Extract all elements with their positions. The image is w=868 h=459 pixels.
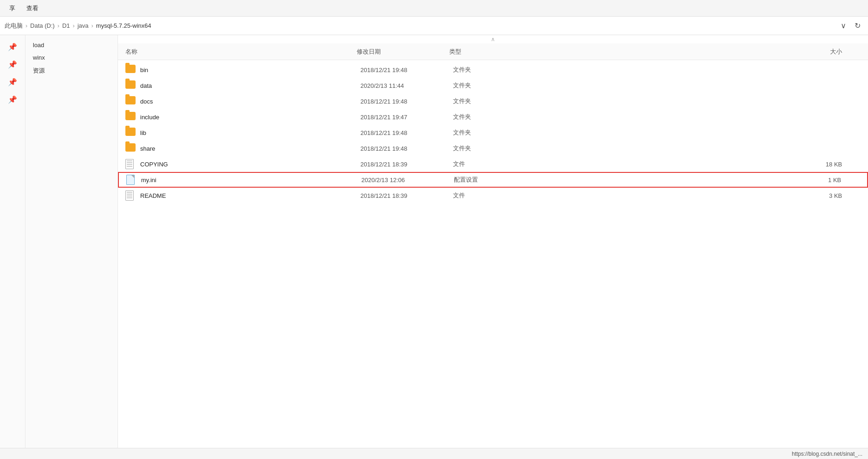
- file-name: include: [140, 114, 360, 121]
- sidebar-pin-1[interactable]: 📌: [6, 57, 19, 71]
- file-type: 配置设置: [454, 176, 537, 184]
- nav-item-winx[interactable]: winx: [25, 51, 118, 64]
- status-bar: https://blog.csdn.net/sinat_...: [0, 448, 868, 459]
- file-date: 2018/12/21 18:39: [360, 192, 453, 199]
- folder-icon: [125, 112, 136, 122]
- sort-header: 名称 修改日期 类型 大小: [118, 43, 868, 60]
- sidebar-pin-3[interactable]: 📌: [6, 92, 19, 106]
- col-header-type[interactable]: 类型: [449, 48, 533, 56]
- sidebar-pin-0[interactable]: 📌: [6, 40, 19, 54]
- file-size: 1 KB: [537, 177, 860, 184]
- ini-icon: [126, 175, 137, 185]
- breadcrumb-sep-2: ›: [73, 22, 74, 29]
- breadcrumb-sep-1: ›: [57, 22, 59, 29]
- file-date: 2020/2/13 11:44: [360, 82, 453, 89]
- breadcrumb-item-0[interactable]: 此电脑: [5, 22, 23, 30]
- nav-item-load[interactable]: load: [25, 39, 118, 51]
- file-name: README: [140, 192, 360, 199]
- menu-share[interactable]: 享: [4, 2, 21, 14]
- folder-icon: [125, 128, 136, 138]
- file-name: data: [140, 82, 360, 89]
- scroll-indicator: ∧: [118, 35, 868, 43]
- nav-item-resource[interactable]: 资源: [25, 64, 118, 78]
- breadcrumb-sep-0: ›: [25, 22, 27, 29]
- file-name: lib: [140, 129, 360, 136]
- file-type: 文件夹: [453, 129, 536, 137]
- file-date: 2018/12/21 19:48: [360, 129, 453, 136]
- file-list: bin 2018/12/21 19:48 文件夹 data 2020/2/13 …: [118, 60, 868, 459]
- file-date: 2020/2/13 12:06: [361, 177, 454, 184]
- col-header-size[interactable]: 大小: [533, 48, 861, 56]
- file-name: docs: [140, 98, 360, 105]
- col-header-name[interactable]: 名称: [125, 48, 357, 56]
- file-name: COPYING: [140, 161, 360, 168]
- menu-bar: 享 查看: [0, 0, 868, 17]
- file-date: 2018/12/21 19:48: [360, 145, 453, 152]
- file-area: ∧ 名称 修改日期 类型 大小 bi: [118, 35, 868, 459]
- file-row-copying[interactable]: COPYING 2018/12/21 18:39 文件 18 KB: [118, 156, 868, 172]
- sidebar-pin-2[interactable]: 📌: [6, 75, 19, 89]
- file-size: 3 KB: [536, 192, 861, 199]
- col-header-date[interactable]: 修改日期: [357, 48, 449, 56]
- file-row-include[interactable]: include 2018/12/21 19:47 文件夹: [118, 109, 868, 125]
- file-date: 2018/12/21 19:48: [360, 98, 453, 105]
- breadcrumb-item-2[interactable]: D1: [62, 22, 70, 29]
- folder-icon: [125, 143, 136, 153]
- breadcrumb-item-3[interactable]: java: [77, 22, 88, 29]
- file-type: 文件夹: [453, 144, 536, 153]
- file-type: 文件: [453, 191, 536, 200]
- main-layout: 📌 📌 📌 📌 load winx 资源 ∧ 名称 修改日期: [0, 35, 868, 459]
- menu-view[interactable]: 查看: [21, 2, 44, 14]
- file-type: 文件夹: [453, 97, 536, 105]
- file-row-my.ini[interactable]: my.ini 2020/2/13 12:06 配置设置 1 KB: [118, 172, 868, 188]
- sidebar: 📌 📌 📌 📌: [0, 35, 25, 459]
- file-row-docs[interactable]: docs 2018/12/21 19:48 文件夹: [118, 93, 868, 109]
- file-row-bin[interactable]: bin 2018/12/21 19:48 文件夹: [118, 62, 868, 78]
- nav-panel: load winx 资源: [25, 35, 118, 459]
- breadcrumb-current: mysql-5.7.25-winx64: [96, 22, 151, 29]
- file-type: 文件夹: [453, 81, 536, 90]
- doc-icon: [125, 159, 136, 169]
- file-type: 文件夹: [453, 113, 536, 121]
- file-row-share[interactable]: share 2018/12/21 19:48 文件夹: [118, 141, 868, 156]
- file-name: my.ini: [141, 177, 361, 184]
- folder-icon: [125, 96, 136, 106]
- breadcrumb-sep-3: ›: [91, 22, 93, 29]
- file-date: 2018/12/21 19:47: [360, 114, 453, 121]
- breadcrumb-bar: 此电脑 › Data (D:) › D1 › java › mysql-5.7.…: [0, 17, 868, 35]
- file-row-lib[interactable]: lib 2018/12/21 19:48 文件夹: [118, 125, 868, 141]
- folder-icon: [125, 65, 136, 75]
- file-date: 2018/12/21 19:48: [360, 67, 453, 73]
- breadcrumb-item-1[interactable]: Data (D:): [30, 22, 55, 29]
- breadcrumb-dropdown-button[interactable]: ∨: [838, 20, 849, 31]
- folder-icon: [125, 80, 136, 91]
- status-text: https://blog.csdn.net/sinat_...: [792, 451, 862, 457]
- file-size: 18 KB: [536, 161, 861, 168]
- file-name: bin: [140, 67, 360, 73]
- doc-icon: [125, 190, 136, 201]
- file-row-data[interactable]: data 2020/2/13 11:44 文件夹: [118, 78, 868, 93]
- file-row-readme[interactable]: README 2018/12/21 18:39 文件 3 KB: [118, 188, 868, 203]
- file-type: 文件: [453, 160, 536, 168]
- breadcrumb-actions: ∨ ↻: [838, 20, 863, 31]
- file-name: share: [140, 145, 360, 152]
- breadcrumb-refresh-button[interactable]: ↻: [852, 20, 863, 31]
- file-type: 文件夹: [453, 66, 536, 74]
- file-date: 2018/12/21 18:39: [360, 161, 453, 168]
